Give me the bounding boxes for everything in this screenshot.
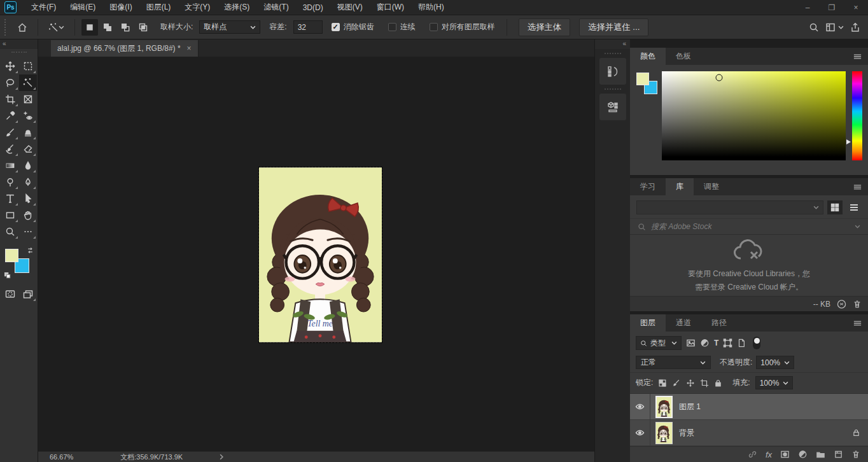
fill-field[interactable]: 100%: [755, 376, 794, 389]
minimize-button[interactable]: –: [795, 0, 820, 15]
foreground-color-swatch[interactable]: [5, 249, 18, 262]
library-select[interactable]: [636, 200, 823, 214]
sample-all-layers-option[interactable]: 对所有图层取样: [430, 22, 495, 32]
checkbox-unchecked-icon[interactable]: [388, 23, 396, 31]
grid-view-button[interactable]: [827, 200, 843, 214]
lock-pixels-button[interactable]: [672, 378, 681, 388]
close-button[interactable]: ×: [844, 0, 868, 15]
layer-thumbnail[interactable]: [655, 422, 673, 444]
swap-colors-icon[interactable]: [26, 246, 34, 255]
tolerance-input[interactable]: [293, 20, 323, 34]
sample-size-select[interactable]: 取样点: [199, 20, 260, 34]
filter-adjustment-layers-button[interactable]: [700, 338, 710, 348]
checkbox-checked-icon[interactable]: ✓: [332, 23, 340, 31]
add-to-selection-mode[interactable]: [99, 19, 116, 36]
lock-position-button[interactable]: [686, 378, 695, 388]
pen-tool[interactable]: [19, 174, 37, 190]
new-group-icon[interactable]: [816, 449, 825, 459]
tab-paths[interactable]: 路径: [701, 314, 737, 332]
tab-layers[interactable]: 图层: [630, 314, 666, 332]
link-layers-icon[interactable]: [748, 449, 757, 459]
layer-visibility-toggle[interactable]: [630, 394, 650, 419]
history-panel-button[interactable]: [599, 58, 626, 85]
menu-layer[interactable]: 图层(L): [139, 0, 178, 15]
select-and-mask-button[interactable]: 选择并遮住 ...: [579, 18, 648, 36]
path-selection-tool[interactable]: [19, 190, 37, 207]
default-colors-icon[interactable]: [4, 272, 11, 279]
filter-shape-layers-button[interactable]: [723, 338, 732, 348]
menu-file[interactable]: 文件(F): [24, 0, 63, 15]
layer-name[interactable]: 图层 1: [679, 402, 701, 412]
select-subject-button[interactable]: 选择主体: [519, 18, 570, 36]
spot-healing-brush-tool[interactable]: [19, 108, 37, 124]
panel-menu-icon[interactable]: [853, 314, 868, 332]
close-document-icon[interactable]: ×: [187, 44, 192, 53]
tab-color[interactable]: 颜色: [630, 48, 666, 65]
dodge-tool[interactable]: [1, 174, 19, 190]
menu-select[interactable]: 选择(S): [217, 0, 256, 15]
crop-tool[interactable]: [1, 91, 19, 108]
subtract-from-selection-mode[interactable]: [117, 19, 134, 36]
frame-tool[interactable]: [19, 91, 37, 108]
panels-collapse-header[interactable]: «: [595, 39, 630, 49]
home-button[interactable]: [13, 20, 31, 35]
intersect-selection-mode[interactable]: [135, 19, 151, 36]
layer-filter-toggle[interactable]: [753, 337, 760, 349]
lasso-tool[interactable]: [1, 74, 19, 91]
workspace-switcher[interactable]: [825, 22, 844, 32]
panel-menu-icon[interactable]: [853, 178, 868, 195]
clone-stamp-tool[interactable]: [19, 124, 37, 141]
menu-type[interactable]: 文字(Y): [178, 0, 217, 15]
magic-wand-tool[interactable]: [19, 74, 37, 91]
color-picker-ring[interactable]: [715, 74, 722, 81]
tab-libraries[interactable]: 库: [666, 178, 694, 195]
tab-swatches[interactable]: 色板: [666, 48, 701, 65]
hue-slider[interactable]: [852, 71, 862, 160]
menu-edit[interactable]: 编辑(E): [63, 0, 102, 15]
saturation-brightness-field[interactable]: [662, 71, 846, 160]
foreground-color-swatch[interactable]: [636, 73, 649, 85]
layer-name[interactable]: 背景: [679, 428, 694, 438]
rectangle-tool[interactable]: [1, 207, 19, 223]
tools-collapse-header[interactable]: «: [0, 39, 38, 49]
list-view-button[interactable]: [846, 200, 862, 214]
menu-image[interactable]: 图像(I): [102, 0, 139, 15]
new-layer-icon[interactable]: [834, 449, 843, 459]
contiguous-option[interactable]: 连续: [388, 22, 416, 32]
checkbox-unchecked-icon[interactable]: [430, 23, 438, 31]
menu-window[interactable]: 窗口(W): [370, 0, 411, 15]
screen-mode-button[interactable]: [19, 286, 37, 302]
filter-pixel-layers-button[interactable]: [686, 338, 696, 348]
canvas-document[interactable]: Tell me: [258, 167, 382, 343]
tool-preset-picker[interactable]: [45, 20, 68, 35]
menu-filter[interactable]: 滤镜(T): [256, 0, 295, 15]
properties-panel-button[interactable]: [599, 94, 626, 120]
search-icon[interactable]: [809, 22, 819, 32]
brush-tool[interactable]: [1, 124, 19, 141]
tab-adjustments[interactable]: 调整: [694, 178, 729, 195]
lock-all-button[interactable]: [714, 378, 722, 388]
panel-menu-icon[interactable]: [853, 48, 868, 65]
menu-3d[interactable]: 3D(D): [296, 0, 330, 15]
status-chevron-icon[interactable]: [219, 454, 224, 460]
menu-view[interactable]: 视图(V): [330, 0, 370, 15]
tab-learn[interactable]: 学习: [630, 178, 666, 195]
canvas-pasteboard[interactable]: Tell me: [38, 57, 594, 451]
anti-alias-option[interactable]: ✓ 消除锯齿: [332, 22, 374, 32]
eraser-tool[interactable]: [19, 141, 37, 157]
share-icon[interactable]: [850, 22, 860, 32]
layer-row-2[interactable]: 背景: [630, 420, 868, 446]
lock-artboard-button[interactable]: [700, 378, 709, 388]
gradient-tool[interactable]: [1, 157, 19, 174]
hue-slider-arrow[interactable]: [846, 139, 853, 144]
hand-tool[interactable]: [19, 207, 37, 223]
type-tool[interactable]: [1, 190, 19, 207]
zoom-tool[interactable]: [1, 223, 19, 240]
add-layer-mask-icon[interactable]: [780, 449, 790, 459]
delete-layer-icon[interactable]: [851, 449, 860, 459]
tab-channels[interactable]: 通道: [666, 314, 701, 332]
restore-button[interactable]: ❐: [820, 0, 844, 15]
layer-visibility-toggle[interactable]: [630, 420, 650, 445]
layer-style-icon[interactable]: fx: [766, 450, 772, 459]
menu-help[interactable]: 帮助(H): [411, 0, 451, 15]
